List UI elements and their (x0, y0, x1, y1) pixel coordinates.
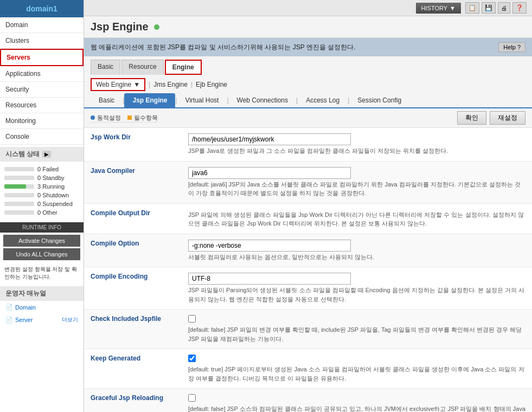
chevron-down-icon: ▼ (450, 5, 456, 11)
table-row: Java Compiler[default: java6] JSP의 Java … (84, 161, 532, 203)
checkbox-check-included-jspfile[interactable] (188, 315, 196, 323)
status-row-shutdown: 0 Shutdown (4, 191, 79, 199)
tab3-basic[interactable]: Basic (91, 93, 123, 107)
sidebar-note: 변경된 설정 항목을 저장 및 확인하는 기능입니다. (0, 263, 84, 283)
sidebar-item-domain[interactable]: Domain (0, 17, 84, 33)
activate-changes-button[interactable]: Activate Changes (3, 235, 80, 247)
ejb-engine-link[interactable]: Ejb Engine (196, 81, 227, 88)
sidebar-item-servers[interactable]: Servers (0, 49, 84, 66)
status-dot (154, 24, 159, 30)
field-value-compile-option: 서블릿 컴파일러로 사용되는 옵션으로, 일반적으로는 사용되지 않는다. (182, 234, 532, 267)
field-label-compile-encoding: Compile Encoding (84, 267, 182, 310)
status-row-running: 3 Running (4, 182, 79, 191)
checkbox-graceful-jsp-reloading[interactable] (188, 394, 196, 402)
field-value-check-included-jspfile: [default: false] JSP 파일의 변경 여부를 확인할 때, i… (182, 310, 532, 349)
table-row: Compile Option서블릿 컴파일러로 사용되는 옵션으로, 일반적으로… (84, 234, 532, 267)
table-row: Graceful Jsp Reloading[default: false] J… (84, 389, 532, 413)
tab1-basic[interactable]: Basic (91, 60, 120, 75)
field-label-keep-generated: Keep Generated (84, 349, 182, 389)
tab-row-3: Basic|Jsp Engine|Virtual Host|Web Connec… (84, 93, 532, 108)
reset-button[interactable]: 재설정 (490, 111, 525, 125)
status-section: 0 Failed0 Standby3 Running0 Shutdown0 Su… (0, 162, 84, 220)
checkbox-keep-generated[interactable] (188, 355, 196, 362)
page-title: Jsp Engine (91, 21, 149, 33)
field-value-java-compiler: [default: java6] JSP의 Java 소스를 서블릿 클래스 파… (182, 161, 532, 203)
indicator-dynamic: 동적설정 (91, 114, 121, 122)
status-row-failed: 0 Failed (4, 165, 79, 173)
status-row-suspended: 0 Suspended (4, 199, 79, 208)
content-area: BasicResourceEngine Web Engine ▼ | Jms E… (84, 56, 532, 412)
confirm-button[interactable]: 확인 (457, 111, 486, 125)
field-value-keep-generated: [default: true] JSP 페이지로부터 생성된 Java 소스 파… (182, 349, 532, 389)
system-status-section: 시스템 상태 ▶ (0, 147, 84, 162)
field-label-java-compiler: Java Compiler (84, 161, 182, 203)
table-row: Compile Output DirJSP 파일에 의해 생성된 클래스 파일들… (84, 203, 532, 234)
sidebar-item-console[interactable]: Console (0, 129, 84, 145)
indicators: 동적설정 필수항목 (91, 114, 158, 123)
field-value-graceful-jsp-reloading: [default: false] JSP 소스와 컴파일된 클래스 파일이 공유… (182, 389, 532, 413)
help-icon-btn[interactable]: ❓ (512, 2, 527, 14)
manual-domain: 📄 Domain (0, 301, 84, 313)
field-label-compile-output-dir: Compile Output Dir (84, 203, 182, 234)
tab3-jsp-engine[interactable]: Jsp Engine (124, 93, 175, 107)
form-table: Jsp Work DirJSP를 Java로 생성한 파일과 그 소스 파일을 … (84, 128, 532, 412)
runtime-info-box: RUNTIME INFO (0, 222, 84, 233)
field-value-jsp-work-dir: JSP를 Java로 생성한 파일과 그 소스 파일을 컴파일한 클래스 파일들… (182, 128, 532, 161)
field-label-check-included-jspfile: Check Included Jspfile (84, 310, 182, 349)
input-java-compiler[interactable] (188, 167, 351, 179)
manual-server: 📄 Server 더보기 (0, 313, 84, 326)
dropdown-arrow-icon: ▼ (133, 81, 140, 88)
status-row-standby: 0 Standby (4, 173, 79, 182)
top-icons: 📋 💾 🖨 ❓ (465, 2, 527, 14)
sidebar-logo[interactable]: domain1 (0, 0, 84, 17)
table-row: Jsp Work DirJSP를 Java로 생성한 파일과 그 소스 파일을 … (84, 128, 532, 161)
field-label-jsp-work-dir: Jsp Work Dir (84, 128, 182, 161)
page-description: 웹 에플리케이션에 포함된 JSP를 컴파일 및 서비스하기위해 사용되는 JS… (84, 38, 532, 56)
manual-more-link[interactable]: 더보기 (62, 316, 78, 324)
tab1-engine[interactable]: Engine (165, 60, 202, 75)
top-bar: HISTORY ▼ 📋 💾 🖨 ❓ (84, 0, 532, 16)
sidebar-item-applications[interactable]: Applications (0, 66, 84, 82)
field-label-compile-option: Compile Option (84, 234, 182, 267)
print-icon-btn[interactable]: 🖨 (498, 2, 510, 14)
field-value-compile-encoding: JSP 파일들이 Parsing되어 생성된 서블릿 소스 파일을 컴파일할 때… (182, 267, 532, 310)
table-row: Check Included Jspfile[default: false] J… (84, 310, 532, 349)
sidebar-item-security[interactable]: Security (0, 82, 84, 98)
tab3-session-config[interactable]: Session Config (349, 93, 409, 107)
table-row: Compile EncodingJSP 파일들이 Parsing되어 생성된 서… (84, 267, 532, 310)
history-button[interactable]: HISTORY ▼ (416, 3, 461, 14)
sidebar-item-clusters[interactable]: Clusters (0, 33, 84, 49)
field-label-graceful-jsp-reloading: Graceful Jsp Reloading (84, 389, 182, 413)
undo-all-button[interactable]: Undo ALL Changes (3, 248, 80, 260)
manual-title: 운영자 매뉴얼 (0, 286, 84, 301)
tab3-web-connections[interactable]: Web Connections (229, 93, 297, 107)
help-button[interactable]: Help ? (498, 42, 525, 52)
jms-engine-link[interactable]: Jms Engine (153, 81, 188, 88)
manual-server-link[interactable]: Server (15, 317, 33, 323)
system-status-toggle[interactable]: ▶ (42, 151, 51, 158)
dynamic-indicator-dot (91, 115, 95, 120)
input-jsp-work-dir[interactable] (188, 133, 351, 145)
action-buttons: 확인 재설정 (457, 111, 525, 125)
status-row-other: 0 Other (4, 208, 79, 217)
page-header: Jsp Engine (84, 16, 532, 38)
sidebar-item-monitoring[interactable]: Monitoring (0, 113, 84, 129)
tab3-virtual-host[interactable]: Virtual Host (177, 93, 227, 107)
web-engine-dropdown[interactable]: Web Engine ▼ (91, 78, 145, 91)
input-compile-option[interactable] (188, 240, 351, 252)
sidebar-nav: DomainClustersServersApplicationsSecurit… (0, 17, 84, 145)
sidebar-item-resources[interactable]: Resources (0, 98, 84, 113)
tab-row-1: BasicResourceEngine (84, 56, 532, 75)
sidebar: domain1 DomainClustersServersApplication… (0, 0, 84, 412)
input-compile-encoding[interactable] (188, 273, 351, 285)
main-content: HISTORY ▼ 📋 💾 🖨 ❓ Jsp Engine 웹 에플리케이션에 포… (84, 0, 532, 412)
copy-icon-btn[interactable]: 📋 (465, 2, 479, 14)
manual-domain-link[interactable]: Domain (15, 304, 36, 311)
tab3-access-log[interactable]: Access Log (298, 93, 348, 107)
tab1-resource[interactable]: Resource (121, 60, 163, 75)
tab-row-2: Web Engine ▼ | Jms Engine | Ejb Engine (84, 75, 532, 93)
indicator-required: 필수항목 (127, 114, 158, 122)
field-value-compile-output-dir: JSP 파일에 의해 생성된 클래스 파일들을 Jsp Work Dir 디렉터… (182, 203, 532, 234)
manual-section: 운영자 매뉴얼 📄 Domain 📄 Server 더보기 (0, 286, 84, 326)
save-icon-btn[interactable]: 💾 (482, 2, 496, 14)
